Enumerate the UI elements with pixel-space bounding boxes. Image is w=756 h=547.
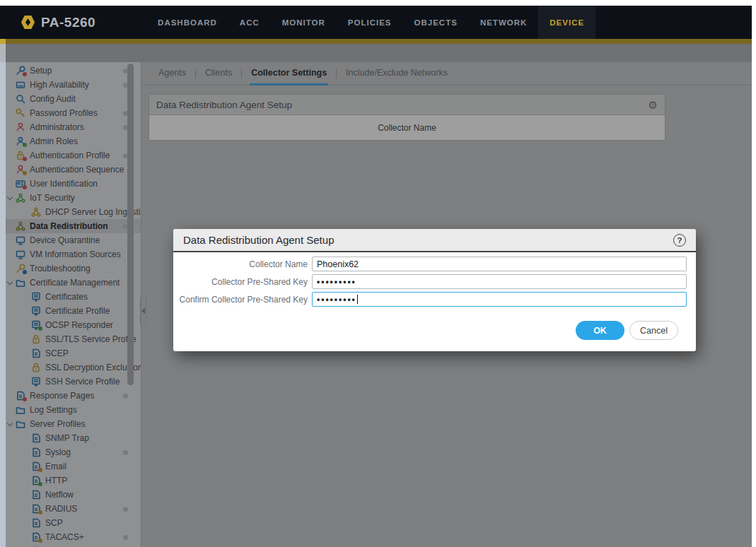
field-label: Collector Pre-Shared Key xyxy=(173,277,312,287)
nav-tab-policies[interactable]: POLICIES xyxy=(337,6,403,39)
top-navbar: PA-5260 DASHBOARDACCMONITORPOLICIESOBJEC… xyxy=(0,6,752,39)
nav-tabs: DASHBOARDACCMONITORPOLICIESOBJECTSNETWOR… xyxy=(146,6,595,39)
dialog-body: Collector NamePhoenix62Collector Pre-Sha… xyxy=(173,252,696,307)
confirm-collector-pre-shared-key-input[interactable]: ••••••••• xyxy=(312,292,687,307)
ok-button[interactable]: OK xyxy=(576,321,624,340)
dialog-footer: OK Cancel xyxy=(576,321,678,340)
field-row-collector-pre-shared-key: Collector Pre-Shared Key••••••••• xyxy=(173,274,696,289)
collector-name-input[interactable]: Phoenix62 xyxy=(312,257,687,271)
input-value: ••••••••• xyxy=(317,295,356,305)
paloalto-logo-icon xyxy=(20,14,36,30)
device-name: PA-5260 xyxy=(41,15,95,30)
dialog-header: Data Redistribution Agent Setup ? xyxy=(173,229,696,252)
field-label: Collector Name xyxy=(173,259,312,269)
field-row-confirm-collector-pre-shared-key: Confirm Collector Pre-Shared Key••••••••… xyxy=(173,292,696,307)
nav-tab-device[interactable]: DEVICE xyxy=(538,6,595,39)
text-caret xyxy=(357,295,359,304)
agent-setup-dialog: Data Redistribution Agent Setup ? Collec… xyxy=(173,229,696,351)
input-value: Phoenix62 xyxy=(317,259,359,269)
dialog-title: Data Redistribution Agent Setup xyxy=(183,234,334,246)
collector-pre-shared-key-input[interactable]: ••••••••• xyxy=(312,274,687,289)
field-row-collector-name: Collector NamePhoenix62 xyxy=(173,257,696,271)
nav-tab-network[interactable]: NETWORK xyxy=(469,6,538,39)
app-window: PA-5260 DASHBOARDACCMONITORPOLICIESOBJEC… xyxy=(0,6,752,547)
help-icon[interactable]: ? xyxy=(673,234,686,247)
input-value: ••••••••• xyxy=(317,277,356,287)
nav-tab-acc[interactable]: ACC xyxy=(228,6,271,39)
cancel-button[interactable]: Cancel xyxy=(629,321,678,340)
brand: PA-5260 xyxy=(20,14,95,30)
nav-tab-objects[interactable]: OBJECTS xyxy=(403,6,469,39)
field-label: Confirm Collector Pre-Shared Key xyxy=(173,295,312,305)
nav-tab-dashboard[interactable]: DASHBOARD xyxy=(146,6,228,39)
nav-tab-monitor[interactable]: MONITOR xyxy=(271,6,337,39)
sidebar-gutter xyxy=(0,62,6,547)
